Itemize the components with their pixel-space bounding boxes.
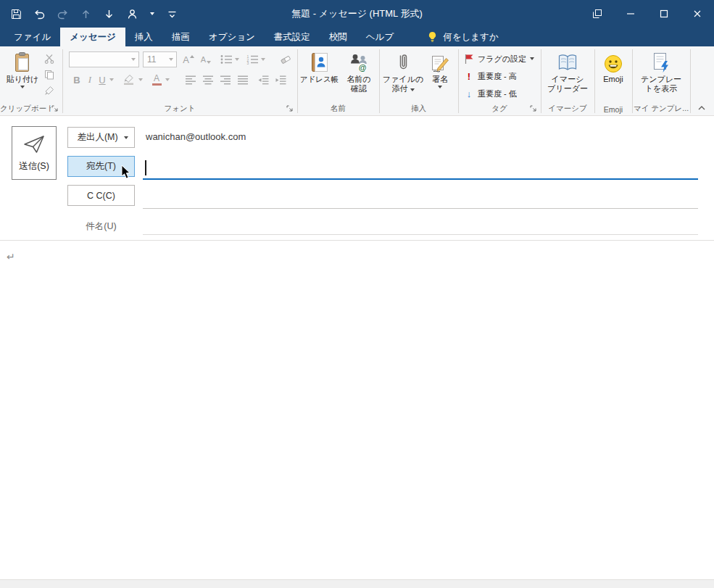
address-book-button[interactable]: アドレス帳 xyxy=(299,49,339,84)
subject-label: 件名(U) xyxy=(67,220,135,233)
ribbon-group-names: アドレス帳 @ 名前の 確認 名前 xyxy=(297,46,379,115)
from-button[interactable]: 差出人(M) xyxy=(67,127,135,148)
minimize-button[interactable] xyxy=(614,0,647,28)
compose-header: 送信(S) 差出人(M) wanichan@outlook.com 宛先(T) … xyxy=(0,116,714,241)
tab-format[interactable]: 書式設定 xyxy=(265,28,320,46)
tab-review[interactable]: 校閲 xyxy=(320,28,357,46)
immersive-reader-button[interactable]: イマーシ ブリーダー xyxy=(544,49,591,94)
immersive-reader-label-1: イマーシ xyxy=(552,75,584,84)
underline-button[interactable]: U xyxy=(96,73,108,87)
follow-up-flag-button[interactable]: フラグの設定 xyxy=(464,51,534,67)
font-size-combobox[interactable]: 11 xyxy=(143,51,177,67)
high-importance-button[interactable]: ! 重要度 - 高 xyxy=(464,68,517,84)
paste-icon xyxy=(14,49,32,75)
tab-insert[interactable]: 挿入 xyxy=(125,28,162,46)
copy-button[interactable] xyxy=(42,68,57,81)
send-button[interactable]: 送信(S) xyxy=(12,126,57,180)
bold-button[interactable]: B xyxy=(70,73,83,87)
check-names-button[interactable]: @ 名前の 確認 xyxy=(341,49,377,94)
cc-button[interactable]: C C(C) xyxy=(67,185,135,206)
from-label: 差出人(M) xyxy=(77,131,117,144)
align-right-button[interactable] xyxy=(217,73,233,87)
font-color-button[interactable]: A xyxy=(150,72,163,87)
ribbon-group-templates: テンプレー トを表示 マイ テンプレ... xyxy=(632,46,690,115)
tab-help[interactable]: ヘルプ xyxy=(357,28,403,46)
low-importance-button[interactable]: ↓ 重要度 - 低 xyxy=(464,86,517,102)
attach-dropdown-arrow-icon xyxy=(410,88,415,91)
to-input[interactable] xyxy=(143,157,698,179)
font-name-dropdown-icon[interactable] xyxy=(128,52,138,67)
paste-label: 貼り付け xyxy=(7,75,39,84)
tell-me-box[interactable]: 何をしますか xyxy=(428,28,498,46)
align-right-icon xyxy=(220,75,231,85)
grow-font-button[interactable]: A xyxy=(180,52,196,67)
emoji-smiley-icon xyxy=(604,49,623,75)
shrink-font-button[interactable]: A xyxy=(198,52,214,67)
align-left-icon xyxy=(186,75,196,85)
clear-formatting-button[interactable] xyxy=(277,52,294,67)
view-templates-label-1: テンプレー xyxy=(641,75,681,84)
attach-file-label-1: ファイルの xyxy=(383,75,423,84)
redo-icon[interactable] xyxy=(56,7,70,21)
from-dropdown-arrow-icon xyxy=(124,136,128,139)
cc-field-underline xyxy=(143,208,698,209)
numbering-button[interactable]: 123 xyxy=(244,52,267,67)
format-painter-button[interactable] xyxy=(42,84,57,97)
to-field-underline xyxy=(143,178,698,180)
immersive-group-label: イマーシブ xyxy=(541,104,594,114)
high-importance-icon: ! xyxy=(464,71,474,82)
decrease-indent-button[interactable] xyxy=(255,73,271,87)
attach-file-button[interactable]: ファイルの 添付 xyxy=(382,49,424,94)
collapse-ribbon-button[interactable] xyxy=(697,104,707,112)
font-name-combobox[interactable] xyxy=(69,51,139,67)
message-body[interactable]: ↵ xyxy=(0,241,714,579)
signature-button[interactable]: 署名 xyxy=(426,49,454,88)
tab-file[interactable]: ファイル xyxy=(4,28,60,46)
tab-options[interactable]: オプション xyxy=(199,28,265,46)
highlight-button[interactable] xyxy=(122,72,136,87)
undo-icon[interactable] xyxy=(33,7,46,21)
flag-dropdown-arrow-icon xyxy=(530,57,534,60)
move-up-icon[interactable] xyxy=(79,7,93,21)
bullets-button[interactable] xyxy=(218,52,241,67)
ribbon-group-tags: フラグの設定 ! 重要度 - 高 ↓ 重要度 - 低 タグ xyxy=(458,46,541,115)
tab-draw[interactable]: 描画 xyxy=(162,28,199,46)
view-templates-button[interactable]: テンプレー トを表示 xyxy=(635,49,687,94)
underline-letter: U xyxy=(99,75,105,86)
subject-input[interactable] xyxy=(143,212,698,234)
highlight-dropdown-icon[interactable] xyxy=(137,73,144,87)
contact-icon[interactable] xyxy=(125,7,139,21)
font-size-dropdown-icon[interactable] xyxy=(166,52,176,67)
underline-dropdown-icon[interactable] xyxy=(108,73,115,87)
increase-indent-button[interactable] xyxy=(273,73,288,87)
svg-text:3: 3 xyxy=(246,61,249,65)
align-left-button[interactable] xyxy=(183,73,199,87)
paste-button[interactable]: 貼り付け xyxy=(6,49,39,88)
close-button[interactable] xyxy=(681,0,714,28)
popout-window-icon[interactable] xyxy=(581,0,614,28)
chevron-down-icon[interactable] xyxy=(149,7,156,21)
signature-dropdown-arrow-icon[interactable] xyxy=(438,86,442,88)
save-icon[interactable] xyxy=(9,7,23,21)
paragraph-mark-icon: ↵ xyxy=(7,251,15,262)
ribbon-group-emoji: Emoji Emoji xyxy=(594,46,632,115)
align-center-button[interactable] xyxy=(200,73,216,87)
templates-group-label: マイ テンプレ... xyxy=(632,104,690,114)
move-down-icon[interactable] xyxy=(102,7,116,21)
italic-button[interactable]: I xyxy=(85,73,95,87)
cut-button[interactable] xyxy=(42,52,57,65)
customize-qat-icon[interactable] xyxy=(165,7,179,21)
tab-message[interactable]: メッセージ xyxy=(60,28,125,46)
bold-letter: B xyxy=(73,75,80,86)
clipboard-dialog-launcher-icon[interactable] xyxy=(51,104,59,113)
cc-input[interactable] xyxy=(143,186,698,208)
font-color-dropdown-icon[interactable] xyxy=(164,73,171,87)
svg-text:@: @ xyxy=(359,63,367,72)
ribbon-tab-bar: ファイル メッセージ 挿入 描画 オプション 書式設定 校閲 ヘルプ 何をします… xyxy=(0,28,714,46)
emoji-button[interactable]: Emoji xyxy=(597,49,630,84)
status-bar xyxy=(0,579,714,588)
maximize-button[interactable] xyxy=(647,0,681,28)
justify-button[interactable] xyxy=(235,73,251,87)
paste-dropdown-arrow-icon[interactable] xyxy=(20,86,25,88)
eraser-icon xyxy=(280,54,291,65)
